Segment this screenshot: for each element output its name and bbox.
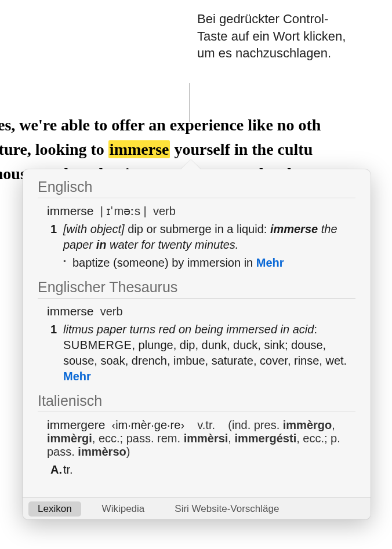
doc-line1: ckages, we're able to offer an experienc… [0,116,321,134]
thesaurus-headword: immerse [47,304,94,318]
english-pos: verb [153,205,176,217]
source-title-english: Englisch [38,179,355,198]
sense-number: 1 [50,221,57,237]
popover-tabbar: Lexikon Wikipedia Siri Website-Vorschläg… [23,497,371,519]
infl-g: ) [126,445,130,458]
source-title-italian: Italienisch [38,392,355,412]
thesaurus-sense-1: 1 litmus paper turns red on being immers… [47,322,355,384]
italian-syllables: ‹im·mèr·ge·re› [111,419,184,431]
english-pronunciation: | ɪˈməːs | [100,205,147,217]
italian-pos: v.tr. [197,419,215,431]
infl-b5: immèrso [78,445,126,458]
english-headword: immerse [47,204,94,217]
thesaurus-entry: immerse verb 1 litmus paper turns red on… [38,304,355,384]
infl-e: , [228,432,234,445]
sense-letter: A. [50,462,62,478]
thesaurus-example: litmus paper turns red on being immersed… [63,323,314,336]
doc-line2a: dventure, looking to [0,140,108,158]
english-subdef: baptize (someone) by immersion in [72,256,253,269]
english-subsense: baptize (someone) by immersion in Mehr [63,255,355,271]
infl-b3: immèrsi [184,432,228,445]
infl-b4: immergésti [234,432,296,445]
english-entry: immerse | ɪˈməːs | verb 1 [with object] … [38,204,355,271]
english-definition: dip or submerge in a liquid: [128,223,267,235]
lookup-popover: Englisch immerse | ɪˈməːs | verb 1 [with… [23,169,371,519]
example-emph-1: immerse [270,223,318,235]
more-link-thesaurus[interactable]: Mehr [63,370,91,383]
syn-lead: SUBMERGE [63,339,132,351]
infl-a: (ind. pres. [228,419,282,431]
example-emph-2: in [96,238,107,251]
italian-sense-A: A. tr. [47,462,355,478]
tab-siri-suggestions[interactable]: Siri Website-Vorschläge [165,501,288,517]
instruction-callout: Bei gedrückter Control-Taste auf ein Wor… [197,10,354,62]
thesaurus-synonyms: SUBMERGE, plunge, dip, dunk, duck, sink;… [63,339,347,367]
english-sense-1: 1 [with object] dip or submerge in a liq… [47,221,355,271]
italian-entry: immergere ‹im·mèr·ge·re› v.tr. (ind. pre… [38,418,355,478]
english-grammar: [with object] [63,223,125,235]
highlighted-word[interactable]: immerse [108,140,170,158]
infl-c: , [332,419,335,431]
tab-lexikon[interactable]: Lexikon [28,501,81,517]
infl-b2: immèrgi [47,432,92,445]
doc-line2b: yourself in the cultu [170,140,313,158]
example-rest: water for twenty minutes [107,238,235,251]
italian-sense-rest: tr. [63,463,73,476]
thesaurus-pos: verb [100,305,123,318]
italian-headword: immergere [47,418,105,431]
infl-b1: immèrgo [283,419,332,431]
more-link-english[interactable]: Mehr [256,256,284,269]
source-title-thesaurus: Englischer Thesaurus [38,279,355,299]
tab-wikipedia[interactable]: Wikipedia [93,501,154,517]
popover-body: Englisch immerse | ɪˈməːs | verb 1 [with… [23,169,371,497]
infl-d: , ecc.; pass. rem. [92,432,180,445]
sense-number: 1 [50,322,57,337]
